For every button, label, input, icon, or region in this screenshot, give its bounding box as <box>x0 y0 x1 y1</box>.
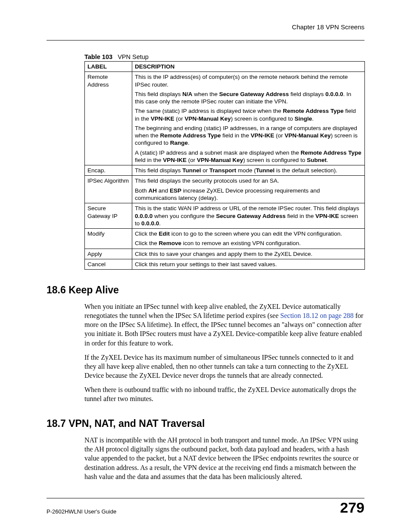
section-vpn-nat-body: NAT is incompatible with the AH protocol… <box>84 436 364 481</box>
row-remote-address: Remote Address This is the IP address(es… <box>85 72 365 165</box>
row-secure-gateway-ip: Secure Gateway IP This is the static WAN… <box>85 203 365 229</box>
cell-desc: This field displays the security protoco… <box>132 176 365 203</box>
cell-label: Secure Gateway IP <box>85 203 132 229</box>
row-cancel: Cancel Click this return your settings t… <box>85 259 365 269</box>
col-header-description: DESCRIPTION <box>132 62 365 72</box>
cell-label: Remote Address <box>85 72 132 165</box>
table-title: VPN Setup <box>118 53 149 60</box>
page-footer: P-2602HWLNI User's Guide 279 <box>47 498 364 515</box>
cell-desc: Click the Edit icon to go to the screen … <box>132 229 365 249</box>
heading-vpn-nat: 18.7 VPN, NAT, and NAT Traversal <box>47 418 364 429</box>
paragraph: When you initiate an IPSec tunnel with k… <box>84 302 364 348</box>
row-modify: Modify Click the Edit icon to go to the … <box>85 229 365 249</box>
table-number: Table 103 <box>84 53 112 60</box>
cell-label: Cancel <box>85 259 132 269</box>
footer-guide-name: P-2602HWLNI User's Guide <box>47 508 116 515</box>
cell-desc: Click this return your settings to their… <box>132 259 365 269</box>
xref-section-18-12[interactable]: Section 18.12 on page 288 <box>280 312 354 319</box>
cell-desc: Click this to save your changes and appl… <box>132 249 365 259</box>
running-head: Chapter 18 VPN Screens <box>47 23 364 31</box>
col-header-label: LABEL <box>85 62 132 72</box>
cell-desc: This is the IP address(es) of computer(s… <box>132 72 365 165</box>
table-area: Table 103 VPN Setup LABEL DESCRIPTION Re… <box>84 53 364 270</box>
header-rule <box>47 40 364 40</box>
paragraph: When there is outbound traffic with no i… <box>84 385 364 403</box>
table-caption: Table 103 VPN Setup <box>84 53 364 60</box>
row-encap: Encap. This field displays Tunnel or Tra… <box>85 165 365 176</box>
footer-rule <box>47 498 364 498</box>
vpn-setup-table: LABEL DESCRIPTION Remote Address This is… <box>84 61 365 270</box>
paragraph: NAT is incompatible with the AH protocol… <box>84 436 364 481</box>
page: Chapter 18 VPN Screens Table 103 VPN Set… <box>0 0 411 532</box>
cell-label: Encap. <box>85 165 132 176</box>
cell-desc: This is the static WAN IP address or URL… <box>132 203 365 229</box>
row-apply: Apply Click this to save your changes an… <box>85 249 365 259</box>
page-number: 279 <box>340 500 364 515</box>
section-keep-alive-body: When you initiate an IPSec tunnel with k… <box>84 302 364 403</box>
row-ipsec-algorithm: IPSec Algorithm This field displays the … <box>85 176 365 203</box>
cell-label: Apply <box>85 249 132 259</box>
cell-desc: This field displays Tunnel or Transport … <box>132 165 365 176</box>
table-head-row: LABEL DESCRIPTION <box>85 62 365 72</box>
paragraph: If the ZyXEL Device has its maximum numb… <box>84 353 364 380</box>
cell-label: Modify <box>85 229 132 249</box>
cell-label: IPSec Algorithm <box>85 176 132 203</box>
heading-keep-alive: 18.6 Keep Alive <box>47 284 364 296</box>
